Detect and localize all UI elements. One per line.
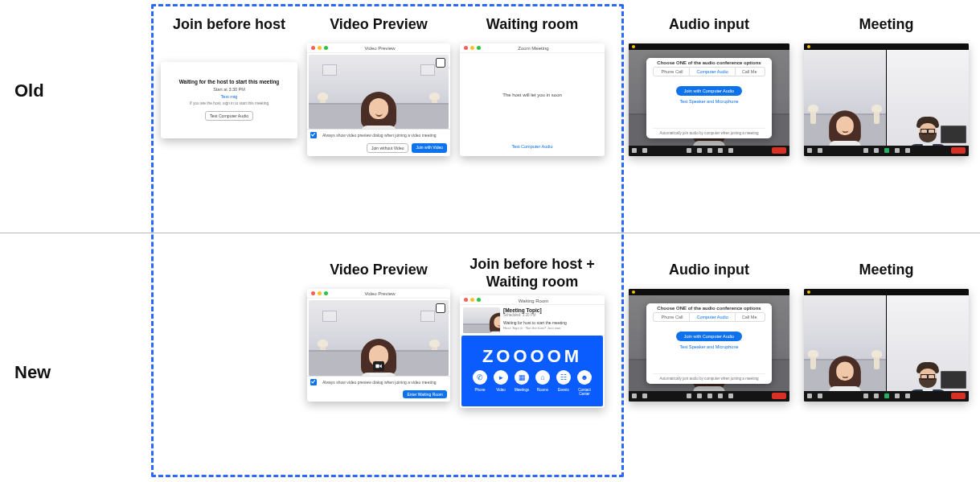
events-icon: ☷ xyxy=(556,370,571,385)
leave-button[interactable] xyxy=(772,147,786,154)
phone-icon: ✆ xyxy=(473,370,487,385)
person-illustration xyxy=(361,92,396,129)
video-icon xyxy=(375,364,382,369)
window-title: Video Preview xyxy=(332,290,428,296)
contact-icon: ☻ xyxy=(577,370,592,385)
test-audio-button[interactable]: Test Computer Audio xyxy=(205,111,253,121)
audio-tabs[interactable]: Phone Call Computer Audio Call Me xyxy=(653,312,765,322)
audio-modal: Choose ONE of the audio conference optio… xyxy=(646,303,772,384)
modal-title: Choose ONE of the audio conference optio… xyxy=(646,303,772,312)
mac-window-controls[interactable] xyxy=(307,43,332,52)
background-button[interactable] xyxy=(373,361,384,371)
tab-computer[interactable]: Computer Audio xyxy=(689,68,734,76)
cell-old-audio-input: Audio input Choose ONE of the audio conf… xyxy=(629,16,789,156)
col-title: Video Preview xyxy=(307,262,450,279)
modal-title: Choose ONE of the audio conference optio… xyxy=(646,58,772,67)
auto-join-note: Automatically join audio by computer whe… xyxy=(653,373,765,381)
minimize-dot xyxy=(318,46,322,50)
cell-new-video-preview: Video Preview Video Preview Backgroun xyxy=(307,262,450,402)
cell-old-join-before-host: Join before host Waiting for the host to… xyxy=(161,16,297,138)
participants-icon xyxy=(687,148,691,153)
cell-new-audio-input: Audio input Choose ONE of the audio conf… xyxy=(629,262,789,402)
always-show-checkbox[interactable] xyxy=(310,379,317,385)
cell-new-combined: Join before host + Waiting room Waiting … xyxy=(460,256,605,408)
video-icon xyxy=(642,148,647,153)
always-show-checkbox[interactable] xyxy=(310,132,317,138)
test-speaker-mic-link[interactable]: Test Speaker and Microphone xyxy=(679,99,738,104)
self-view[interactable] xyxy=(941,371,966,389)
share-screen-icon xyxy=(884,393,889,398)
cell-old-waiting-room: Waiting room Zoom Meeting The host will … xyxy=(460,16,605,156)
tab-computer[interactable]: Computer Audio xyxy=(689,313,734,321)
col-title: Video Preview xyxy=(307,16,450,34)
shield-icon xyxy=(632,45,635,48)
reactions-icon xyxy=(728,148,733,153)
mac-window-controls[interactable] xyxy=(460,295,485,304)
logo-text: ZOOOOM xyxy=(465,346,600,367)
window-title: Waiting Room xyxy=(485,297,582,303)
col-title: Waiting room xyxy=(460,16,605,34)
tab-phone[interactable]: Phone Call xyxy=(654,313,689,321)
col-title: Meeting xyxy=(804,16,969,34)
waiting-message: The host will let you in soon xyxy=(502,93,562,97)
mac-window-controls[interactable] xyxy=(460,43,485,52)
expand-icon[interactable] xyxy=(436,303,445,313)
row-label-new: New xyxy=(14,362,51,383)
join-without-video-button[interactable]: Join without Video xyxy=(367,143,409,153)
meeting-toolbar[interactable] xyxy=(804,391,969,402)
cell-old-meeting: Meeting xyxy=(804,16,969,156)
col-title: Join before host + Waiting room xyxy=(460,256,605,291)
row-label-old: Old xyxy=(14,80,44,101)
mic-icon xyxy=(632,148,637,153)
meeting-toolbar[interactable] xyxy=(629,391,789,402)
join-computer-audio-button[interactable]: Join with Computer Audio xyxy=(676,86,742,96)
comparison-diagram: Old New Join before host Waiting for the… xyxy=(0,0,980,482)
share-screen-icon xyxy=(884,148,889,153)
cell-old-video-preview: Video Preview Video Preview xyxy=(307,16,450,156)
rooms-icon: ⌂ xyxy=(535,370,550,385)
share-icon xyxy=(707,148,712,153)
expand-icon[interactable] xyxy=(436,58,445,68)
background-label: Background xyxy=(370,373,387,376)
window-title: Video Preview xyxy=(332,44,428,51)
col-title: Join before host xyxy=(161,16,297,34)
logo-icons: ✆ ▸ ▦ ⌂ ☷ ☻ xyxy=(465,370,600,385)
tab-phone[interactable]: Phone Call xyxy=(654,68,689,76)
test-speaker-mic-link[interactable]: Test Speaker and Microphone xyxy=(679,344,738,349)
meeting-toolbar[interactable] xyxy=(804,146,969,156)
self-view[interactable] xyxy=(941,126,966,143)
record-icon xyxy=(718,148,723,153)
always-show-label: Always show video preview dialog when jo… xyxy=(322,380,447,385)
meeting-toolbar[interactable] xyxy=(629,146,789,156)
leave-button[interactable] xyxy=(951,393,966,399)
start-time: Start at 3:30 PM xyxy=(213,87,245,92)
leave-button[interactable] xyxy=(951,147,966,154)
branding-panel: ZOOOOM ✆ ▸ ▦ ⌂ ☷ ☻ Phone Video Meetings … xyxy=(461,336,603,406)
test-audio-link[interactable]: Test Computer Audio xyxy=(511,144,552,149)
waiting-text: Waiting for the host to start this meeti… xyxy=(179,79,280,84)
close-dot xyxy=(311,46,315,50)
mac-window-controls[interactable] xyxy=(307,289,332,298)
leave-button[interactable] xyxy=(772,393,786,399)
meeting-sub: Scheduled: 3:30 PM xyxy=(503,313,601,317)
always-show-label: Always show video preview dialog when jo… xyxy=(322,133,447,138)
shield-icon xyxy=(632,290,635,294)
waiting-msg: Waiting for host to start the meeting xyxy=(503,320,601,325)
host-note: If you are the host, sign in to start th… xyxy=(190,101,269,105)
video-icon: ▸ xyxy=(494,370,508,385)
join-computer-audio-button[interactable]: Join with Computer Audio xyxy=(676,332,742,341)
tab-callme[interactable]: Call Me xyxy=(735,68,764,76)
window-title: Zoom Meeting xyxy=(485,44,582,51)
tab-callme[interactable]: Call Me xyxy=(735,313,764,321)
cell-new-meeting: Meeting xyxy=(804,262,969,402)
col-title: Audio input xyxy=(629,262,789,279)
shield-icon xyxy=(807,45,810,48)
meetings-icon: ▦ xyxy=(515,370,529,385)
audio-tabs[interactable]: Phone Call Computer Audio Call Me xyxy=(653,67,765,76)
zoom-dot xyxy=(324,46,328,50)
chat-icon xyxy=(697,148,702,153)
svg-rect-0 xyxy=(375,364,379,368)
join-with-video-button[interactable]: Join with Video xyxy=(412,143,447,153)
test-mtg-link[interactable]: Test mtg xyxy=(221,94,238,99)
enter-waiting-room-button[interactable]: Enter Waiting Room xyxy=(403,390,447,398)
